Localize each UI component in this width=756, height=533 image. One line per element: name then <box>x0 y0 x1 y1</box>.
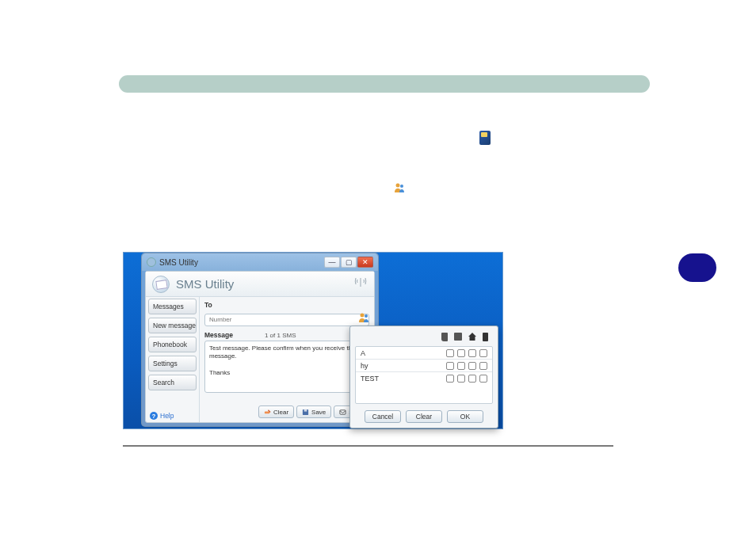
to-number-input[interactable] <box>204 314 369 326</box>
envelope-logo-icon <box>152 276 170 293</box>
svg-point-3 <box>365 314 368 318</box>
contact-name: hy <box>356 362 446 370</box>
sms-tray-icon <box>479 131 491 145</box>
contact-picker-dialog: A hy TEST <box>349 326 498 428</box>
phonebook-people-icon <box>394 182 405 193</box>
app-icon <box>147 257 156 267</box>
contact-name: A <box>356 349 446 357</box>
side-decorative-pill <box>678 253 716 282</box>
select-checkbox[interactable] <box>468 349 476 357</box>
svg-rect-7 <box>340 409 346 413</box>
titlebar[interactable]: SMS Utility — ▢ ✕ <box>142 253 378 271</box>
app-title-text: SMS Utility <box>176 277 234 291</box>
picker-ok-button[interactable]: OK <box>447 410 483 423</box>
select-checkbox[interactable] <box>468 375 476 383</box>
sim-icon <box>441 333 448 341</box>
sidebar-item-new-message[interactable]: New message <box>148 318 197 333</box>
select-checkbox[interactable] <box>457 375 465 383</box>
sidebar-item-search[interactable]: Search <box>148 375 197 390</box>
help-icon: ? <box>150 412 158 420</box>
minimize-button[interactable]: — <box>324 257 340 268</box>
select-checkbox[interactable] <box>468 362 476 370</box>
table-row[interactable]: TEST <box>356 372 492 385</box>
picker-cancel-button[interactable]: Cancel <box>365 410 401 423</box>
sidebar-item-phonebook[interactable]: Phonebook <box>148 337 197 352</box>
svg-point-1 <box>400 185 403 188</box>
picker-clear-button[interactable]: Clear <box>406 410 442 423</box>
sms-segment-count: 1 of 1 SMS <box>265 332 296 339</box>
desktop-screenshot: SMS Utility — ▢ ✕ SMS Utility <box>123 252 503 429</box>
table-row[interactable]: hy <box>356 360 492 372</box>
svg-point-2 <box>361 314 365 318</box>
disk-icon <box>454 333 462 341</box>
sidebar-item-messages[interactable]: Messages <box>148 299 197 314</box>
section-header-bar <box>119 75 650 93</box>
close-button[interactable]: ✕ <box>357 257 373 268</box>
select-checkbox[interactable] <box>446 362 454 370</box>
contact-name: TEST <box>356 375 446 383</box>
save-button[interactable]: Save <box>296 405 331 418</box>
svg-rect-4 <box>265 411 269 413</box>
svg-rect-6 <box>304 409 307 411</box>
contact-table: A hy TEST <box>355 346 493 404</box>
select-checkbox[interactable] <box>479 362 487 370</box>
phonebook-lookup-button[interactable] <box>358 312 368 322</box>
message-field-label: Message <box>204 331 233 339</box>
window-title: SMS Utility <box>159 258 324 267</box>
select-checkbox[interactable] <box>457 362 465 370</box>
horizontal-rule <box>123 445 613 447</box>
clear-button-label: Clear <box>273 409 288 416</box>
message-textarea[interactable]: Test message. Please confirm when you re… <box>204 341 369 393</box>
save-button-label: Save <box>311 409 326 416</box>
help-link[interactable]: ? Help <box>146 409 199 422</box>
signal-antenna-icon <box>353 276 368 293</box>
select-checkbox[interactable] <box>446 349 454 357</box>
home-icon <box>468 333 476 341</box>
to-field-label: To <box>204 301 369 309</box>
sms-utility-window: SMS Utility — ▢ ✕ SMS Utility <box>141 253 379 427</box>
sidebar-nav: Messages New message Phonebook Settings … <box>146 297 200 422</box>
help-label: Help <box>160 412 174 420</box>
maximize-button[interactable]: ▢ <box>341 257 357 268</box>
select-checkbox[interactable] <box>457 349 465 357</box>
svg-point-0 <box>396 184 400 188</box>
device-icon <box>483 333 488 341</box>
table-row[interactable]: A <box>356 347 492 360</box>
sidebar-item-settings[interactable]: Settings <box>148 356 197 371</box>
clear-button[interactable]: Clear <box>258 405 294 418</box>
select-checkbox[interactable] <box>446 375 454 383</box>
select-checkbox[interactable] <box>479 375 487 383</box>
select-checkbox[interactable] <box>479 349 487 357</box>
